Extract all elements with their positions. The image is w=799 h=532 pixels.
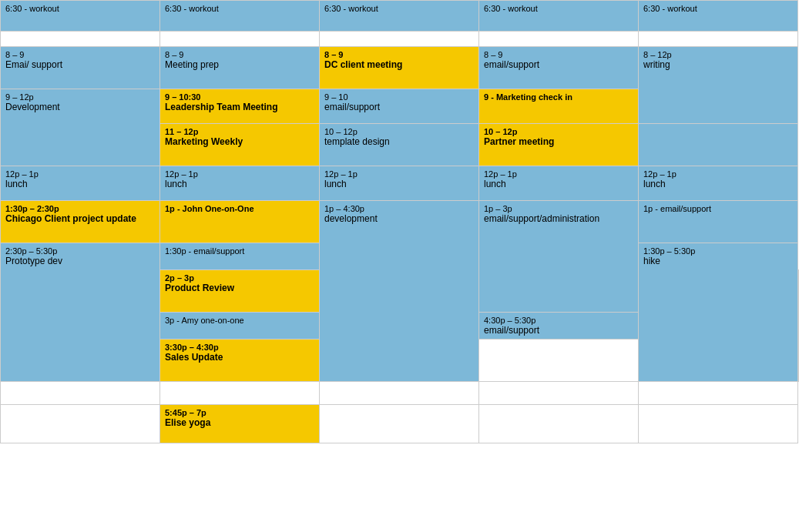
cell-col3-template: 10 – 12p template design xyxy=(320,124,479,166)
cell-col4-lunch: 12p – 1p lunch xyxy=(479,166,639,201)
event-title: lunch xyxy=(484,179,506,189)
event-title: Prototype dev xyxy=(5,256,62,266)
cell-spacer1 xyxy=(1,32,160,47)
event-title: Meeting prep xyxy=(165,59,219,70)
event-time: 1p - John One-on-One xyxy=(165,204,314,213)
event-title: hike xyxy=(643,256,660,266)
event-time: 9 – 10:30 xyxy=(165,92,314,102)
event-title: Leadership Team Meeting xyxy=(165,102,277,112)
cell-col5-lunch: 12p – 1p lunch xyxy=(639,166,798,201)
event-time: 5:45p – 7p xyxy=(165,408,314,417)
event-time: 11 – 12p xyxy=(165,127,314,136)
event-time: 3:30p – 4:30p xyxy=(165,343,314,352)
event-time: 6:30 - workout xyxy=(324,4,474,13)
event-time: 8 – 9 xyxy=(484,50,633,59)
event-title: lunch xyxy=(165,179,187,189)
event-time: 9 - Marketing check in xyxy=(484,92,633,102)
cell-col3-dc: 8 – 9 DC client meeting xyxy=(320,47,479,89)
cell-col3-workout: 6:30 - workout xyxy=(320,1,479,32)
event-time: 1:30p - email/support xyxy=(165,246,314,256)
cell-col1-empty-last xyxy=(1,382,160,405)
cell-col1-proto: 2:30p – 5:30p Prototype dev xyxy=(1,243,160,382)
cell-col4-empty xyxy=(479,382,639,405)
cell-col1-email: 8 – 9 Emai/ support xyxy=(1,47,160,89)
cell-spacer3 xyxy=(320,32,479,47)
event-title: lunch xyxy=(5,179,28,189)
event-time: 10 – 12p xyxy=(324,127,474,136)
event-title: lunch xyxy=(643,179,666,189)
cell-col2-amy: 3p - Amy one-on-one xyxy=(160,313,320,340)
event-title: email/support/administration xyxy=(484,213,599,224)
cell-col5-empty xyxy=(639,382,798,405)
cell-col2-leadership: 9 – 10:30 Leadership Team Meeting xyxy=(160,89,320,124)
cell-col3-empty xyxy=(479,340,639,382)
event-time: 1:30p – 2:30p xyxy=(5,204,155,213)
event-time: 6:30 - workout xyxy=(165,4,314,13)
event-time: 2:30p – 5:30p xyxy=(5,246,155,256)
event-time: 12p – 1p xyxy=(324,169,474,179)
event-title: lunch xyxy=(324,179,347,189)
event-time: 9 – 12p xyxy=(5,92,155,102)
cell-col2-lunch: 12p – 1p lunch xyxy=(160,166,320,201)
cell-col2-empty xyxy=(160,382,320,405)
cell-col2-workout: 6:30 - workout xyxy=(160,1,320,32)
event-time: 12p – 1p xyxy=(165,169,314,179)
event-title: development xyxy=(324,213,378,224)
cell-col2-emailsup: 1:30p - email/support xyxy=(160,243,320,270)
event-time: 12p – 1p xyxy=(643,169,793,179)
cell-col2-elise: 5:45p – 7p Elise yoga xyxy=(160,405,320,443)
event-title: Chicago Client project update xyxy=(5,213,136,224)
event-time: 8 – 12p xyxy=(643,50,793,59)
event-time: 6:30 - workout xyxy=(643,4,793,13)
cell-col3-bottom xyxy=(320,405,479,443)
cell-col2-john: 1p - John One-on-One xyxy=(160,201,320,243)
event-time: 9 – 10 xyxy=(324,92,474,102)
cell-spacer4 xyxy=(479,32,639,47)
event-title: Emai/ support xyxy=(5,59,62,70)
cell-col2-product: 2p – 3p Product Review xyxy=(160,270,320,313)
cell-col3-emailsup2: 4:30p – 5:30p email/support xyxy=(479,313,639,340)
cell-spacer2 xyxy=(160,32,320,47)
cell-col3-email910: 9 – 10 email/support xyxy=(320,89,479,124)
event-time: 3p - Amy one-on-one xyxy=(165,316,314,325)
cell-col4-bottom xyxy=(479,405,639,443)
cell-col1-dev: 9 – 12p Development xyxy=(1,89,160,166)
event-title: Partner meeting xyxy=(484,136,554,147)
cell-col2-sales: 3:30p – 4:30p Sales Update xyxy=(160,340,320,382)
cell-col1-bottom xyxy=(1,405,160,443)
event-time: 1p – 3p xyxy=(484,204,633,213)
cell-col5-bottom xyxy=(639,405,798,443)
event-time: 4:30p – 5:30p xyxy=(484,316,633,325)
cell-spacer5 xyxy=(639,32,798,47)
event-title: Elise yoga xyxy=(165,417,210,428)
event-title: Development xyxy=(5,102,60,112)
event-time: 12p – 1p xyxy=(5,169,155,179)
event-title: email/support xyxy=(484,59,539,70)
cell-col4-marketing: 9 - Marketing check in xyxy=(479,89,639,124)
event-time: 1:30p – 5:30p xyxy=(643,246,793,256)
cell-col4-workout: 6:30 - workout xyxy=(479,1,639,32)
cell-col2-mktweekly: 11 – 12p Marketing Weekly xyxy=(160,124,320,166)
cell-col5-writing: 8 – 12p writing xyxy=(639,47,798,124)
cell-col4-emailadmin: 1p – 3p email/support/administration xyxy=(479,201,639,313)
event-time: 1p - email/support xyxy=(643,204,793,213)
cell-col5-emailsup: 1p - email/support xyxy=(639,201,798,243)
cell-col3-empty2 xyxy=(320,382,479,405)
event-time: 10 – 12p xyxy=(484,127,633,136)
event-time: 1p – 4:30p xyxy=(324,204,474,213)
cell-col5-workout: 6:30 - workout xyxy=(639,1,798,32)
cell-col4-writing: 3p – 5:30p writing xyxy=(798,270,799,382)
cell-col3-develop: 1p – 4:30p development xyxy=(320,201,479,382)
cell-col5-hike: 1:30p – 5:30p hike xyxy=(639,243,798,382)
event-title: writing xyxy=(643,59,670,70)
event-title: DC client meeting xyxy=(324,59,402,70)
event-title: email/support xyxy=(324,102,380,112)
event-title: template design xyxy=(324,136,390,147)
event-time: 2p – 3p xyxy=(165,273,314,283)
event-time: 6:30 - workout xyxy=(5,4,155,13)
cell-col4-email: 8 – 9 email/support xyxy=(479,47,639,89)
event-title: email/support xyxy=(484,325,539,336)
cell-col1-lunch: 12p – 1p lunch xyxy=(1,166,160,201)
event-time: 6:30 - workout xyxy=(484,4,633,13)
event-title: Marketing Weekly xyxy=(165,136,243,147)
